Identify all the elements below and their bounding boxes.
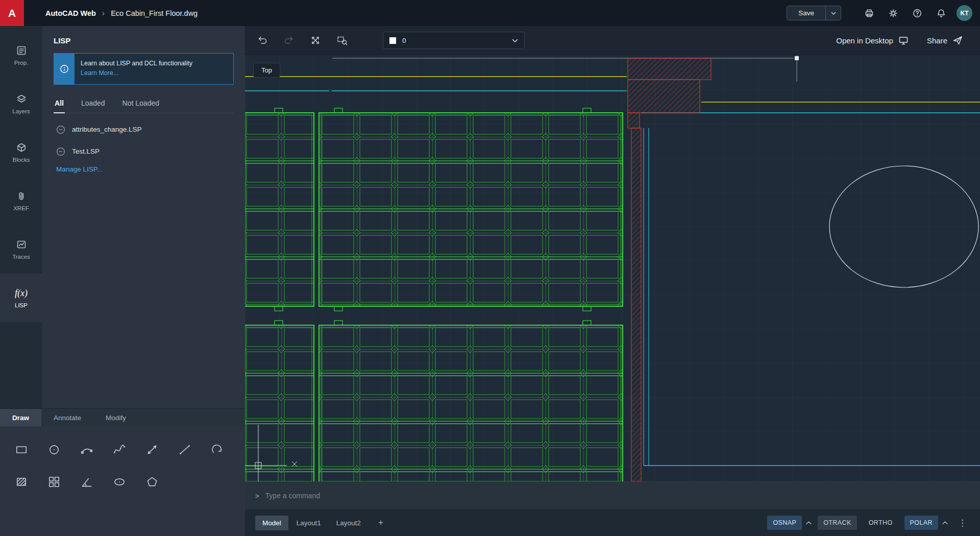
tab-layout1[interactable]: Layout1 — [289, 516, 328, 530]
tool-measure[interactable] — [75, 470, 99, 494]
list-item[interactable]: Test.LSP — [42, 140, 245, 162]
tab-annotate[interactable]: Annotate — [41, 409, 93, 426]
command-bar: > — [245, 481, 980, 509]
tab-layout2[interactable]: Layout2 — [329, 516, 368, 530]
manage-lisp-link[interactable]: Manage LISP... — [56, 165, 103, 173]
layer-select[interactable]: 0 — [383, 32, 525, 49]
tool-arc-continue[interactable] — [205, 437, 230, 462]
tool-rectangle[interactable] — [9, 437, 34, 462]
viewport[interactable]: Top — [245, 55, 980, 481]
notifications-button[interactable] — [932, 4, 950, 22]
tool-ellipse[interactable] — [107, 470, 132, 494]
tool-spline[interactable] — [107, 437, 132, 462]
tab-all[interactable]: All — [54, 94, 65, 113]
print-button[interactable] — [860, 4, 878, 22]
list-item[interactable]: attributes_change.LSP — [42, 118, 245, 140]
polar-toggle[interactable]: POLAR — [904, 516, 938, 530]
ribbon-tab-bar: Draw Annotate Modify — [0, 408, 245, 426]
tab-not-loaded[interactable]: Not Loaded — [121, 94, 160, 113]
top-bar-actions: Save KT — [787, 4, 980, 22]
status-bar: Model Layout1 Layout2 + OSNAP OTRACK ORT… — [245, 509, 980, 536]
breadcrumb-separator: › — [102, 9, 105, 18]
canvas-toolbar-right: Open in Desktop Share — [836, 35, 963, 45]
sidebar-item-lisp[interactable]: f(x) LISP — [0, 274, 42, 322]
sidebar-item-xref[interactable]: XREF — [0, 177, 42, 225]
tool-hatch[interactable] — [9, 470, 34, 494]
panel-grid-top-right[interactable] — [319, 113, 623, 306]
zoom-extents-icon — [310, 35, 321, 46]
measure-icon — [80, 475, 93, 489]
tool-arc[interactable] — [75, 437, 99, 462]
otrack-toggle[interactable]: OTRACK — [818, 516, 857, 530]
arc-continue-icon — [211, 443, 224, 456]
tool-line[interactable] — [173, 437, 197, 462]
open-in-desktop-button[interactable]: Open in Desktop — [836, 35, 909, 45]
save-caret-button[interactable] — [825, 6, 841, 20]
command-input[interactable] — [265, 492, 980, 500]
osnap-toggle[interactable]: OSNAP — [767, 516, 802, 530]
zoom-window-button[interactable] — [332, 30, 352, 51]
draw-tools-panel — [0, 426, 245, 536]
printer-icon — [864, 8, 874, 18]
arc-icon — [80, 443, 93, 456]
tool-polygon[interactable] — [140, 470, 164, 494]
layers-icon — [16, 93, 27, 105]
ortho-toggle[interactable]: ORTHO — [863, 516, 898, 530]
learn-more-link[interactable]: Learn More... — [81, 69, 118, 77]
sidebar-item-label: Traces — [12, 254, 30, 260]
tool-row-2 — [9, 470, 245, 494]
tool-dimension[interactable] — [140, 437, 164, 462]
save-button[interactable]: Save — [787, 6, 825, 20]
panel-grid-top-left[interactable] — [245, 113, 314, 306]
redo-icon — [283, 35, 295, 46]
settings-button[interactable] — [884, 4, 902, 22]
redo-button[interactable] — [279, 30, 299, 51]
add-layout-button[interactable]: + — [374, 518, 387, 528]
info-banner-accent — [54, 54, 75, 84]
sidebar-item-properties[interactable]: Prop. — [0, 31, 42, 80]
drawing-canvas[interactable] — [245, 55, 980, 481]
view-cube-label[interactable]: Top — [253, 63, 280, 78]
hatch-icon — [15, 475, 28, 489]
undo-button[interactable] — [252, 30, 273, 51]
tool-array[interactable] — [42, 470, 66, 494]
user-avatar[interactable]: KT — [957, 5, 972, 21]
sidebar-item-layers[interactable]: Layers — [0, 80, 42, 128]
spline-icon — [113, 443, 126, 456]
panel-grid-bottom-left[interactable] — [245, 325, 314, 481]
xref-icon — [16, 190, 27, 202]
info-banner-text: Learn about LISP and DCL functionality L… — [75, 54, 199, 84]
properties-icon — [16, 45, 27, 56]
polar-expand-button[interactable] — [942, 521, 948, 525]
chevron-down-icon — [831, 12, 836, 15]
lisp-file-list: attributes_change.LSP Test.LSP — [42, 118, 245, 162]
minus-circle-icon — [56, 125, 65, 134]
panel-grid-bottom-right[interactable] — [319, 325, 623, 481]
rectangle-icon — [15, 443, 28, 456]
zoom-extents-button[interactable] — [305, 30, 326, 51]
line-icon — [178, 443, 191, 456]
status-overflow-menu[interactable]: ⋮ — [958, 518, 967, 528]
tab-draw[interactable]: Draw — [0, 409, 41, 426]
share-plane-icon — [952, 35, 963, 45]
sidebar-item-label: Layers — [12, 108, 30, 114]
tab-model[interactable]: Model — [255, 516, 288, 530]
share-button[interactable]: Share — [927, 35, 963, 45]
breadcrumb-app-name[interactable]: AutoCAD Web — [45, 9, 96, 17]
sidebar-item-traces[interactable]: Traces — [0, 225, 42, 274]
autocad-web-app: A AutoCAD Web › Eco Cabin_First Floor.dw… — [0, 0, 980, 536]
info-icon — [60, 64, 69, 74]
osnap-expand-button[interactable] — [806, 521, 812, 525]
tool-circle[interactable] — [42, 437, 66, 462]
autocad-logo[interactable]: A — [0, 0, 24, 26]
zoom-window-icon — [336, 35, 348, 46]
lisp-info-banner: Learn about LISP and DCL functionality L… — [54, 53, 234, 85]
breadcrumb: AutoCAD Web › Eco Cabin_First Floor.dwg — [45, 9, 198, 18]
tab-modify[interactable]: Modify — [93, 409, 138, 426]
chevron-up-icon — [806, 521, 812, 525]
help-button[interactable] — [908, 4, 926, 22]
sidebar-item-label: XREF — [13, 205, 29, 211]
tab-loaded[interactable]: Loaded — [80, 94, 106, 113]
sidebar-item-blocks[interactable]: Blocks — [0, 128, 42, 177]
desktop-icon — [898, 35, 909, 45]
